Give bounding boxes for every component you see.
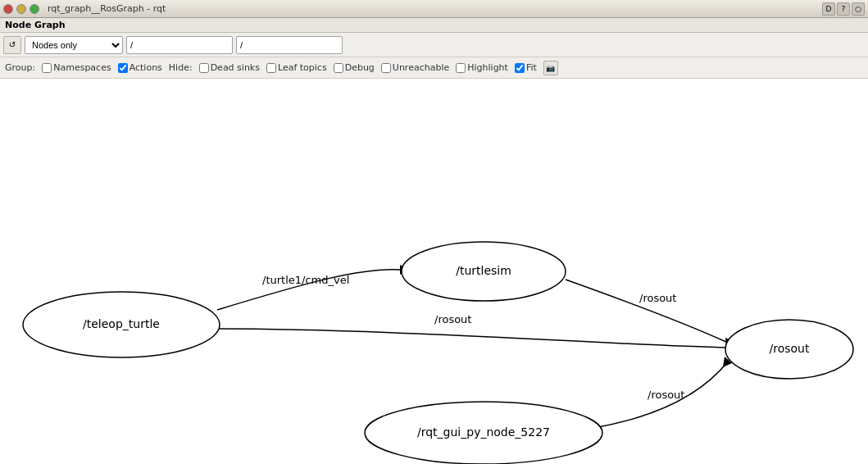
title-close-icon[interactable]: ○ — [852, 2, 865, 16]
dead-sinks-checkbox-item: Dead sinks — [199, 62, 260, 73]
dead-sinks-label: Dead sinks — [211, 62, 260, 73]
title-d-button[interactable]: D — [822, 2, 835, 16]
fit-checkbox[interactable] — [515, 63, 525, 73]
node-rosout[interactable]: /rosout — [725, 320, 853, 379]
namespaces-label: Namespaces — [53, 62, 111, 73]
leaf-topics-label: Leaf topics — [278, 62, 327, 73]
edge-teleop-to-turtlesim: /turtle1/cmd_vel — [217, 265, 410, 310]
leaf-topics-checkbox[interactable] — [266, 63, 276, 73]
hide-label: Hide: — [169, 62, 193, 73]
node-rqtgui-label: /rqt_gui_py_node_5227 — [417, 425, 550, 439]
node-rqtgui[interactable]: /rqt_gui_py_node_5227 — [365, 402, 602, 464]
highlight-checkbox-item: Highlight — [456, 62, 508, 73]
graph-svg: /turtle1/cmd_vel /rosout /rosout /rosout — [0, 79, 868, 464]
edge-teleop-to-rosout: /rosout — [217, 313, 738, 353]
edge-rqtgui-to-rosout: /rosout — [598, 357, 732, 427]
filter-input-1[interactable] — [126, 36, 233, 54]
graph-area[interactable]: /turtle1/cmd_vel /rosout /rosout /rosout — [0, 79, 868, 464]
highlight-checkbox[interactable] — [456, 63, 466, 73]
namespaces-checkbox-item: Namespaces — [42, 62, 111, 73]
minimize-button[interactable] — [16, 4, 26, 14]
edge-turtlesim-to-rosout: /rosout — [566, 280, 736, 348]
maximize-button[interactable] — [30, 4, 39, 14]
edge-label-rosout-3: /rosout — [648, 389, 684, 401]
window-title: rqt_graph__RosGraph - rqt — [48, 3, 166, 14]
camera-icon: 📷 — [546, 64, 555, 72]
unreachable-label: Unreachable — [393, 62, 449, 73]
camera-button[interactable]: 📷 — [543, 61, 558, 75]
edge-label-cmd-vel: /turtle1/cmd_vel — [262, 274, 349, 286]
display-mode-dropdown[interactable]: Nodes only Nodes/Topics (active) Nodes/T… — [25, 36, 123, 54]
actions-checkbox-item: Actions — [118, 62, 162, 73]
debug-checkbox[interactable] — [334, 63, 343, 73]
node-rosout-label: /rosout — [770, 342, 810, 355]
node-turtlesim-label: /turtlesim — [456, 264, 511, 277]
panel-header: Node Graph — [0, 18, 868, 33]
actions-label: Actions — [130, 62, 162, 73]
edge-label-rosout-2: /rosout — [639, 292, 676, 304]
panel-title: Node Graph — [5, 20, 66, 30]
node-teleop-turtle[interactable]: /teleop_turtle — [23, 292, 220, 357]
actions-checkbox[interactable] — [118, 63, 128, 73]
title-bar-right: D ? ○ — [822, 2, 865, 16]
filter-input-2[interactable] — [236, 36, 343, 54]
debug-checkbox-item: Debug — [334, 62, 375, 73]
refresh-button[interactable]: ↺ — [3, 36, 21, 54]
node-teleop-turtle-label: /teleop_turtle — [83, 317, 160, 330]
close-button[interactable] — [3, 4, 13, 14]
refresh-icon: ↺ — [9, 40, 16, 49]
edge-label-rosout-1: /rosout — [434, 313, 471, 325]
group-label: Group: — [5, 62, 35, 73]
node-turtlesim[interactable]: /turtlesim — [402, 242, 566, 301]
title-bar: rqt_graph__RosGraph - rqt D ? ○ — [0, 0, 868, 18]
toolbar: ↺ Nodes only Nodes/Topics (active) Nodes… — [0, 33, 868, 57]
debug-label: Debug — [345, 62, 375, 73]
title-bar-left: rqt_graph__RosGraph - rqt — [3, 3, 166, 14]
window-content: Node Graph ↺ Nodes only Nodes/Topics (ac… — [0, 18, 868, 464]
filter-bar: Group: Namespaces Actions Hide: Dead sin… — [0, 57, 868, 79]
fit-checkbox-item: Fit — [515, 62, 537, 73]
leaf-topics-checkbox-item: Leaf topics — [266, 62, 327, 73]
title-help-button[interactable]: ? — [837, 2, 850, 16]
fit-label: Fit — [526, 62, 537, 73]
unreachable-checkbox-item: Unreachable — [381, 62, 449, 73]
namespaces-checkbox[interactable] — [42, 63, 52, 73]
unreachable-checkbox[interactable] — [381, 63, 391, 73]
dead-sinks-checkbox[interactable] — [199, 63, 209, 73]
highlight-label: Highlight — [467, 62, 508, 73]
